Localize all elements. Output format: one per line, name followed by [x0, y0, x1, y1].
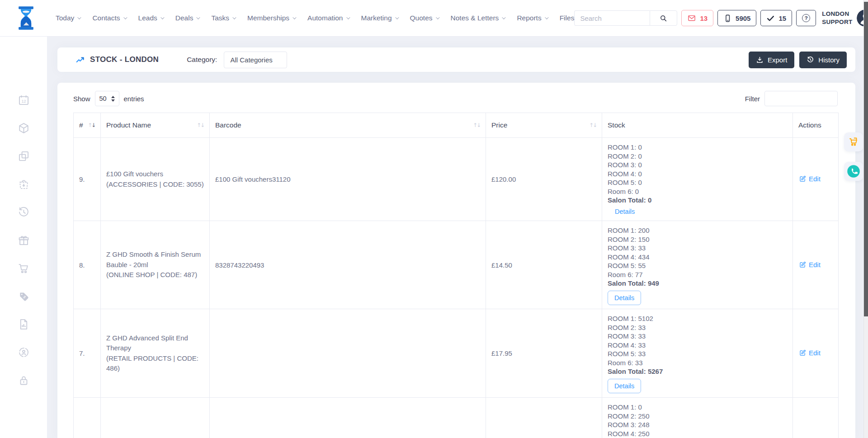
chevron-down-icon: [123, 15, 127, 19]
edit-label: Edit: [809, 261, 821, 268]
scrollbar[interactable]: [863, 0, 868, 438]
barcode-cell: [210, 398, 486, 438]
edit-button[interactable]: Edit: [799, 175, 821, 183]
stock-line: ROOM 5: 0: [608, 178, 787, 187]
filter-input[interactable]: [764, 91, 838, 106]
stock-line: ROOM 1: 200: [608, 226, 787, 235]
sidebar-bag-button[interactable]: [14, 175, 33, 193]
sidebar-history-button[interactable]: [14, 203, 33, 221]
stock-line: ROOM 2: 33: [608, 323, 787, 332]
tasks-badge-button[interactable]: 15: [760, 10, 792, 26]
sidebar-products-button[interactable]: [14, 119, 33, 137]
category-select[interactable]: All Categories: [224, 52, 287, 68]
nav-item-label: Tasks: [211, 14, 229, 22]
edit-button[interactable]: Edit: [799, 261, 821, 268]
nav-item-memberships[interactable]: Memberships: [247, 14, 295, 22]
sort-up-icon: ↑: [197, 122, 200, 128]
search-button[interactable]: [650, 10, 677, 26]
sidebar-cart-button[interactable]: [14, 259, 33, 277]
edit-button[interactable]: Edit: [799, 349, 821, 357]
column-header-product-name[interactable]: Product Name↑↓: [101, 113, 210, 138]
top-navigation: TodayContactsLeadsDealsTasksMembershipsA…: [0, 0, 863, 36]
details-button[interactable]: Details: [608, 379, 641, 393]
stock-table: #↑↓Product Name↑↓Barcode↑↓Price↑↓StockAc…: [73, 113, 839, 438]
check-icon: [766, 14, 775, 23]
column-label: Barcode: [215, 121, 241, 129]
call-float-button[interactable]: [844, 162, 863, 181]
table-controls: Show 50 entries Filter: [73, 91, 838, 106]
floating-buttons: [844, 132, 863, 181]
sidebar-gift-button[interactable]: [14, 231, 33, 249]
table-card: Show 50 entries Filter #↑↓Product Name↑↓…: [57, 83, 855, 438]
brand-logo[interactable]: [15, 4, 40, 32]
sort-down-icon: ↓: [476, 122, 480, 128]
column-header-price[interactable]: Price↑↓: [486, 113, 602, 138]
nav-item-contacts[interactable]: Contacts: [92, 14, 126, 22]
sidebar-pricing-button[interactable]: $: [14, 287, 33, 305]
export-label: Export: [768, 56, 787, 64]
salon-total: Salon Total: 5267: [608, 367, 787, 376]
nav-item-today[interactable]: Today: [56, 14, 80, 22]
search-input[interactable]: [574, 10, 650, 26]
nav-item-tasks[interactable]: Tasks: [211, 14, 235, 22]
user-name-line2: SUPPORT: [822, 18, 852, 26]
stock-line: ROOM 3: 248: [608, 420, 787, 429]
product-name-cell: £100 Gift vouchers(ACCESSORIES | CODE: 3…: [101, 138, 210, 221]
price-tag-icon: $: [18, 290, 30, 302]
nav-item-label: Today: [56, 14, 74, 22]
nav-item-label: Leads: [138, 14, 157, 22]
chevron-down-icon: [395, 15, 399, 19]
main-nav: TodayContactsLeadsDealsTasksMembershipsA…: [56, 14, 574, 22]
nav-item-label: Deals: [175, 14, 193, 22]
stock-line: Room 6: 77: [608, 270, 787, 279]
product-name: Z GHD Advanced Split End Therapy: [106, 333, 204, 353]
phone-badge-button[interactable]: 5905: [717, 10, 756, 26]
stock-line: ROOM 3: 33: [608, 244, 787, 253]
page-size-select[interactable]: 50: [95, 91, 119, 106]
sort-up-icon: ↑: [88, 122, 91, 128]
sort-down-icon: ↓: [593, 122, 596, 128]
nav-item-notes-letters[interactable]: Notes & Letters: [451, 14, 505, 22]
table-row: 8.Z GHD Smooth & Finish Serum Bauble - 2…: [74, 221, 839, 309]
nav-item-deals[interactable]: Deals: [175, 14, 199, 22]
nav-item-files[interactable]: Files: [560, 14, 575, 22]
chevron-down-icon: [545, 15, 548, 19]
nav-item-marketing[interactable]: Marketing: [361, 14, 398, 22]
column-header-barcode[interactable]: Barcode↑↓: [210, 113, 486, 138]
history-button[interactable]: History: [799, 52, 847, 68]
nav-item-reports[interactable]: Reports: [517, 14, 547, 22]
history-label: History: [818, 56, 840, 64]
nav-item-leads[interactable]: Leads: [138, 14, 163, 22]
chevron-down-icon: [197, 15, 200, 19]
stock-line: ROOM 2: 150: [608, 235, 787, 244]
chevron-down-icon: [160, 15, 164, 19]
history-icon: [807, 56, 814, 64]
chevron-down-icon: [292, 15, 296, 19]
table-row: 9.£100 Gift vouchers(ACCESSORIES | CODE:…: [74, 138, 839, 221]
sidebar-account-button[interactable]: [14, 343, 33, 361]
sidebar-lock-button[interactable]: [14, 371, 33, 389]
details-link[interactable]: Details: [615, 208, 635, 215]
sidebar-copy-button[interactable]: [14, 147, 33, 165]
sort-up-icon: ↑: [589, 122, 593, 128]
column-header-[interactable]: #↑↓: [74, 113, 101, 138]
header-actions: Export History: [749, 52, 847, 68]
user-name[interactable]: LONDON SUPPORT: [822, 10, 852, 26]
nav-item-label: Files: [560, 14, 575, 22]
mail-badge-button[interactable]: 13: [681, 10, 713, 26]
history-clock-icon: [18, 206, 30, 218]
sidebar-reports-button[interactable]: [14, 315, 33, 333]
sidebar-calendar-button[interactable]: 12: [14, 91, 33, 109]
sort-up-icon: ↑: [473, 122, 476, 128]
product-name-cell: Z GHD Smooth & Finish Serum Bauble - 20m…: [101, 221, 210, 309]
scrollbar-thumb[interactable]: [864, 2, 868, 316]
column-label: Actions: [798, 121, 821, 129]
nav-item-quotes[interactable]: Quotes: [410, 14, 439, 22]
export-button[interactable]: Export: [749, 52, 794, 68]
details-button[interactable]: Details: [608, 291, 641, 305]
mail-count: 13: [700, 14, 708, 22]
filter-label: Filter: [745, 95, 760, 103]
nav-item-automation[interactable]: Automation: [307, 14, 349, 22]
help-button[interactable]: ?: [796, 10, 816, 26]
cart-float-button[interactable]: [844, 132, 863, 151]
